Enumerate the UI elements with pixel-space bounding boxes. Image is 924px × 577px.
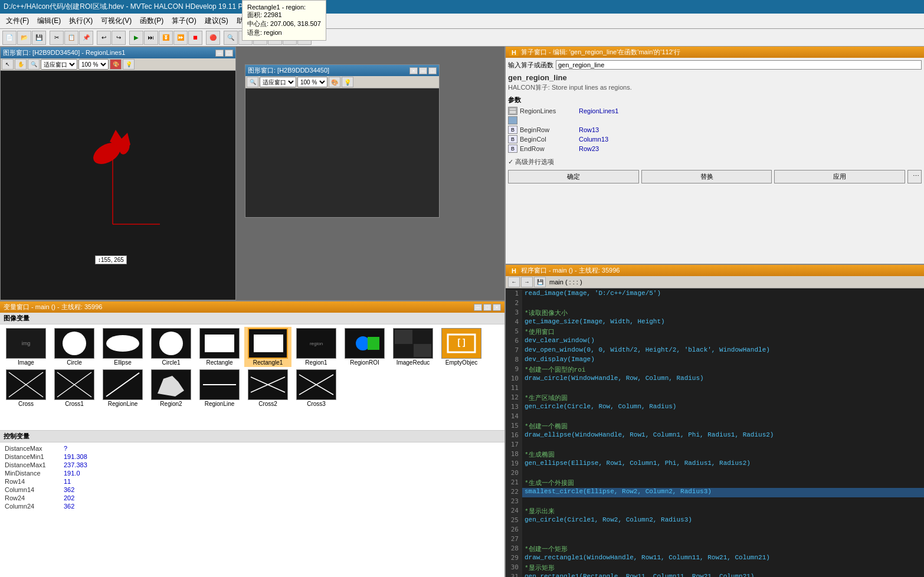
var-cross3[interactable]: Cross3 [293,368,340,408]
menu-bar: 文件(F) 编辑(E) 执行(X) 可视化(V) 函数(P) 算子(O) 建议(… [0,14,924,29]
menu-function[interactable]: 函数(P) [136,15,167,27]
win2-minimize[interactable]: ─ [419,67,427,74]
var-rectangle1[interactable]: Rectangle1 [244,327,291,367]
tb-new[interactable]: 📄 [2,31,17,45]
svg-rect-45 [509,108,516,114]
var-region2[interactable]: Region2 [148,368,195,408]
tb-break[interactable]: 🔴 [206,31,220,45]
op-confirm-btn[interactable]: 确定 [508,170,639,183]
var-rectangle[interactable]: Rectangle [196,327,243,367]
win1-color-btn[interactable]: 🎨 [110,59,122,70]
op-search-input[interactable] [556,60,922,70]
tb-undo[interactable]: ↩ [97,31,111,45]
win1-tool-hand[interactable]: ✋ [15,59,27,70]
var-emptyobjec-label: EmptyObjec [445,359,477,366]
code-save-btn[interactable]: 💾 [534,277,546,287]
op-apply-btn[interactable]: 应用 [774,170,905,183]
tb-redo[interactable]: ↪ [112,31,126,45]
code-line-13: 13gen_circle(Circle, Row, Column, Radius… [506,403,924,412]
menu-edit[interactable]: 编辑(E) [34,15,64,27]
win2-zoom-dropdown[interactable]: 100 % [297,77,327,87]
menu-suggest[interactable]: 建议(S) [201,15,232,27]
code-line-22: 22smallest_circle(Ellipse, Row2, Column2… [506,488,924,497]
win1-zoom-dropdown[interactable]: 100 % [78,59,109,70]
tb-cut[interactable]: ✂ [50,31,64,45]
vars-close[interactable]: × [493,304,501,311]
code-text: draw_circle(WindowHandle, Row, Column, R… [522,375,924,384]
ctrl-var-value: ? [64,445,67,452]
var-region1-thumb: region [296,328,336,359]
win2-color-btn[interactable]: 🎨 [329,77,340,87]
code-linenum: 28 [506,545,522,554]
code-content[interactable]: 1read_image(Image, 'D:/c++/image/5')23*读… [506,288,924,577]
tb-zoom-in[interactable]: 🔍 [224,31,238,45]
var-ellipse[interactable]: Ellipse [99,327,146,367]
var-region1[interactable]: region Region1 [293,327,340,367]
var-image[interactable]: img Image [2,327,50,367]
tb-stop[interactable]: ⏹ [188,31,202,45]
op-param-name-2: BeginRow [520,126,579,133]
vars-titlebar: 变量窗口 - main () - 主线程: 35996 ─ □ × [0,301,504,313]
var-regionline[interactable]: RegionLine [99,368,146,408]
title-text: D:/c++/HAIcon代码/创建ROI区域.hdev - MVTec HAL… [4,2,266,12]
var-regionroi[interactable]: RegionROI [341,327,388,367]
code-line-1: 1read_image(Image, 'D:/c++/image/5') [506,290,924,299]
win1-tool-pointer[interactable]: ↖ [2,59,14,70]
code-line-25: 25gen_circle(Circle1, Row2, Column2, Rad… [506,516,924,526]
code-line-12: 12*生产区域的圆 [506,394,924,403]
tb-paste[interactable]: 📌 [79,31,93,45]
ctrl-var-row-mindistance: MinDistance191.0 [5,470,500,477]
var-cross2[interactable]: Cross2 [244,368,291,408]
win2-fit-dropdown[interactable]: 适应窗口 [260,77,296,87]
ctrl-var-value: 11 [64,478,71,485]
op-buttons: 确定 替换 应用 ⋯ [508,170,922,183]
menu-execute[interactable]: 执行(X) [65,15,96,27]
op-advanced[interactable]: ✓ 高级并行选项 [508,158,922,166]
menu-visualize[interactable]: 可视化(V) [97,15,135,27]
win2-close[interactable]: × [409,67,418,74]
tb-stepover[interactable]: ⏩ [173,31,188,45]
var-rectangle-thumb [199,328,240,359]
var-emptyobjec[interactable]: [ ] EmptyObjec [438,327,485,367]
var-regionroi-thumb [345,328,385,359]
var-circle[interactable]: Circle [51,327,98,367]
win1-tool-zoom[interactable]: 🔍 [28,59,40,70]
op-more-btn[interactable]: ⋯ [907,170,922,183]
var-imagereduc[interactable]: ImageReduc [389,327,437,367]
var-circle1[interactable]: Circle1 [148,327,195,367]
op-param-icon-1 [508,107,517,115]
tb-save[interactable]: 💾 [32,31,46,45]
var-cross[interactable]: Cross [2,368,50,408]
code-text [522,412,924,422]
var-regionline2[interactable]: RegionLine [196,368,243,408]
win2-tool-zoom[interactable]: 🔍 [247,77,258,87]
win2-maximize[interactable]: □ [428,67,437,74]
win2-info-btn[interactable]: 💡 [342,77,353,87]
code-back-btn[interactable]: ← [508,277,520,287]
win1-fit-dropdown[interactable]: 适应窗口 [41,59,77,70]
code-linenum: 14 [506,412,522,422]
tb-run[interactable]: ▶ [129,31,143,45]
tb-stepinto[interactable]: ⏬ [159,31,173,45]
vars-minimize[interactable]: ─ [474,304,482,311]
vars-maximize[interactable]: □ [483,304,492,311]
op-param-name-4: EndRow [520,145,579,152]
op-title: 算子窗口 - 编辑: 'gen_region_line'在函数'main'的'1… [521,48,680,57]
op-title-icon: H [509,49,519,56]
var-cross1[interactable]: Cross1 [51,368,98,408]
code-nav: main ( : : : ) [547,278,585,286]
op-replace-btn[interactable]: 替换 [641,170,772,183]
tb-copy[interactable]: 📋 [64,31,78,45]
tb-open[interactable]: 📂 [17,31,31,45]
win1-minimize[interactable]: ─ [215,50,224,57]
win1-maximize[interactable]: □ [225,50,233,57]
menu-file[interactable]: 文件(F) [2,15,32,27]
code-text: *生成椭圆 [522,450,924,460]
code-forward-btn[interactable]: → [521,277,533,287]
menu-operator[interactable]: 算子(O) [168,15,199,27]
code-line-21: 21*生成一个外接圆 [506,478,924,488]
tb-step[interactable]: ⏭ [144,31,158,45]
svg-rect-23 [395,330,412,344]
win1-title: 图形窗口: [H2B9DD34540] - RegionLines1 [3,48,125,57]
win1-info-btn[interactable]: 💡 [123,59,135,70]
